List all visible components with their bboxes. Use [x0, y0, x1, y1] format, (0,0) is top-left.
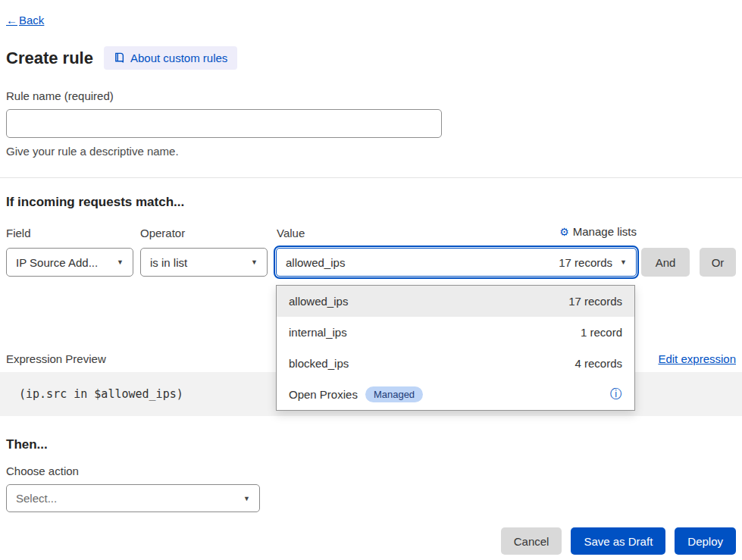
- footer-actions: Cancel Save as Draft Deploy: [6, 527, 736, 555]
- choose-action-label: Choose action: [6, 465, 736, 477]
- expression-preview-label: Expression Preview: [6, 352, 106, 365]
- operator-select-value: is in list: [150, 256, 187, 269]
- gear-icon: ⚙: [559, 226, 569, 238]
- value-select-record-count: 17 records: [559, 256, 612, 269]
- chevron-down-icon: ▼: [620, 258, 627, 266]
- back-arrow-icon: ←: [6, 14, 17, 27]
- manage-lists-label: Manage lists: [573, 225, 637, 238]
- section-divider: [0, 177, 742, 178]
- back-link-label: Back: [19, 14, 44, 27]
- about-badge-label: About custom rules: [130, 52, 227, 64]
- rule-name-label: Rule name (required): [6, 89, 736, 102]
- or-button[interactable]: Or: [700, 248, 736, 277]
- match-controls: Field Operator Value ⚙ Manage lists IP S…: [6, 227, 736, 277]
- value-dropdown-menu: allowed_ips 17 records internal_ips 1 re…: [276, 285, 635, 411]
- list-option-label: allowed_ips: [289, 295, 348, 308]
- field-select-value: IP Source Add...: [16, 256, 98, 269]
- value-select-value: allowed_ips: [286, 256, 345, 269]
- manage-lists-link[interactable]: ⚙ Manage lists: [559, 225, 637, 238]
- list-option-open-proxies[interactable]: Open Proxies Managed ⓘ: [277, 379, 634, 410]
- list-option-label: blocked_ips: [289, 357, 349, 370]
- chevron-down-icon: ▼: [251, 258, 258, 266]
- info-icon[interactable]: ⓘ: [610, 386, 622, 402]
- list-option-detail: 17 records: [568, 295, 622, 308]
- rule-name-help-text: Give your rule a descriptive name.: [6, 145, 736, 158]
- operator-select[interactable]: is in list ▼: [140, 248, 268, 277]
- list-option-allowed-ips[interactable]: allowed_ips 17 records: [277, 286, 634, 317]
- then-section-title: Then...: [6, 437, 736, 452]
- list-option-label: internal_ips: [289, 326, 347, 339]
- chevron-down-icon: ▼: [117, 258, 124, 266]
- managed-badge: Managed: [365, 386, 423, 402]
- list-option-detail: 4 records: [575, 357, 622, 370]
- list-option-internal-ips[interactable]: internal_ips 1 record: [277, 317, 634, 348]
- expression-code: (ip.src in $allowed_ips): [19, 387, 183, 401]
- book-icon: [114, 52, 125, 64]
- chevron-down-icon: ▼: [243, 495, 250, 502]
- page-title: Create rule: [6, 48, 93, 68]
- match-section-title: If incoming requests match...: [6, 195, 736, 210]
- cancel-button[interactable]: Cancel: [501, 527, 562, 555]
- field-label: Field: [6, 227, 31, 239]
- save-as-draft-button[interactable]: Save as Draft: [571, 527, 665, 555]
- action-select-placeholder: Select...: [16, 492, 57, 505]
- list-option-label: Open Proxies: [289, 388, 358, 401]
- about-custom-rules-link[interactable]: About custom rules: [104, 46, 237, 70]
- field-select[interactable]: IP Source Add... ▼: [6, 248, 133, 277]
- rule-name-input[interactable]: [6, 109, 442, 138]
- deploy-button[interactable]: Deploy: [675, 527, 736, 555]
- and-button[interactable]: And: [641, 248, 690, 277]
- edit-expression-link[interactable]: Edit expression: [658, 352, 736, 365]
- value-label: Value: [277, 227, 305, 239]
- title-row: Create rule About custom rules: [6, 46, 736, 70]
- operator-label: Operator: [140, 227, 185, 239]
- action-select[interactable]: Select... ▼: [6, 484, 260, 512]
- back-link[interactable]: ←Back: [6, 14, 44, 27]
- list-option-detail: 1 record: [581, 326, 622, 339]
- create-rule-page: ←Back Create rule About custom rules Rul…: [0, 0, 742, 560]
- list-option-blocked-ips[interactable]: blocked_ips 4 records: [277, 348, 634, 379]
- value-select[interactable]: allowed_ips 17 records ▼: [276, 248, 637, 277]
